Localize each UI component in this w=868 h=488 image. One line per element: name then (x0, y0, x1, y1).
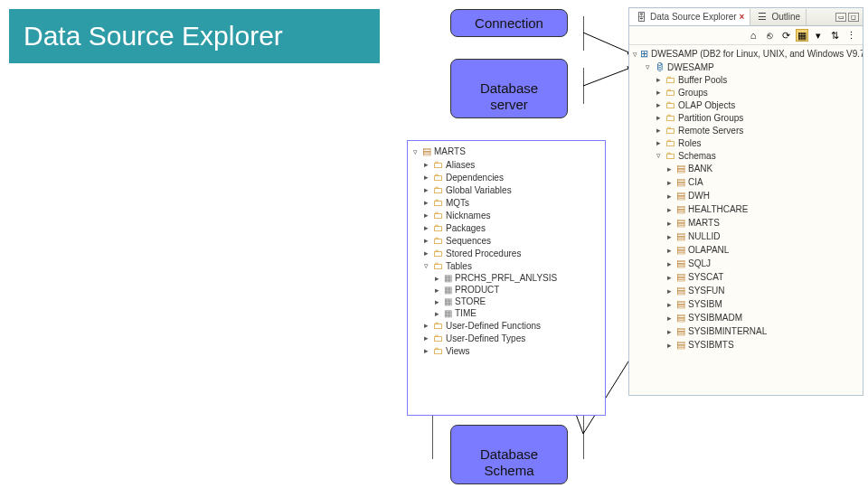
expand-icon[interactable]: ▸ (665, 232, 674, 241)
tree-folder-node[interactable]: ▸🗀Partition Groups (633, 111, 859, 124)
expand-icon[interactable]: ▸ (665, 219, 674, 228)
schema-child-folder[interactable]: ▸🗀Global Variables (411, 183, 601, 196)
expand-icon[interactable]: ▸ (422, 173, 430, 182)
schema-child-folder[interactable]: ▸🗀Dependencies (411, 171, 601, 183)
tree-schema-node[interactable]: ▸▤SYSFUN (633, 284, 859, 297)
expand-icon[interactable]: ▸ (422, 321, 430, 330)
tree-folder-node[interactable]: ▸🗀Buffer Pools (633, 73, 859, 86)
expand-icon[interactable]: ▸ (655, 100, 663, 109)
expand-icon[interactable]: ▸ (665, 327, 674, 336)
expand-icon[interactable]: ▿ (411, 147, 420, 156)
table-node[interactable]: ▸▦PRODUCT (411, 284, 601, 296)
explorer-tree[interactable]: ▿ ⊞ DWESAMP (DB2 for Linux, UNIX, and Wi… (629, 45, 863, 353)
expand-icon[interactable]: ▸ (422, 249, 430, 258)
tree-schema-node[interactable]: ▸▤SQLJ (633, 257, 859, 270)
tree-schema-node[interactable]: ▸▤SYSIBM (633, 297, 859, 311)
filter-icon[interactable]: ▦ (796, 29, 808, 42)
tree-folder-node[interactable]: ▸🗀Roles (633, 136, 859, 149)
tree-schema-node[interactable]: ▸▤NULLID (633, 230, 859, 243)
expand-icon[interactable]: ▸ (433, 309, 441, 318)
maximize-button[interactable]: ◻ (848, 13, 859, 22)
expand-icon[interactable]: ▸ (655, 126, 663, 135)
expand-icon[interactable]: ▸ (665, 300, 674, 309)
expand-icon[interactable]: ▸ (655, 75, 663, 84)
tree-connection-node[interactable]: ▿ ⊞ DWESAMP (DB2 for Linux, UNIX, and Wi… (633, 47, 859, 61)
expand-icon[interactable]: ▸ (665, 164, 674, 174)
expand-icon[interactable]: ▸ (655, 138, 663, 147)
tree-schema-node[interactable]: ▸▤OLAPANL (633, 243, 859, 257)
folder-icon: 🗀 (665, 99, 675, 110)
tab-outline[interactable]: ☰ Outline (750, 9, 807, 25)
expand-icon[interactable]: ▸ (422, 211, 430, 220)
expand-icon[interactable]: ▸ (655, 113, 663, 122)
tree-schema-node[interactable]: ▸▤DWH (633, 189, 859, 202)
folder-label: Groups (678, 88, 708, 98)
schema-child-folder[interactable]: ▸🗀Views (411, 344, 601, 357)
tree-schema-node[interactable]: ▸▤BANK (633, 162, 859, 175)
expand-icon[interactable]: ▸ (665, 259, 674, 268)
expand-icon[interactable]: ▸ (422, 185, 430, 194)
slide-title-text: Data Source Explorer (24, 21, 283, 52)
schema-root-node[interactable]: ▿ ▤ MARTS (411, 145, 601, 158)
expand-icon[interactable]: ▸ (422, 160, 430, 169)
tree-folder-node[interactable]: ▸🗀Groups (633, 86, 859, 99)
tab-data-source-explorer[interactable]: 🗄 Data Source Explorer × (629, 9, 750, 25)
refresh-icon[interactable]: ⟳ (779, 29, 792, 42)
schema-child-folder[interactable]: ▸🗀MQTs (411, 196, 601, 209)
tree-schema-node[interactable]: ▸▤SYSCAT (633, 270, 859, 284)
table-node[interactable]: ▸▦TIME (411, 307, 601, 319)
minimize-button[interactable]: ▭ (835, 13, 846, 22)
collapse-icon[interactable]: ▾ (812, 29, 825, 42)
schema-child-folder[interactable]: ▸🗀Packages (411, 221, 601, 234)
expand-icon[interactable]: ▸ (433, 274, 441, 283)
tables-folder[interactable]: ▿ 🗀 Tables (411, 259, 601, 272)
expand-icon[interactable]: ▸ (422, 333, 430, 343)
schema-child-folder[interactable]: ▸🗀Sequences (411, 234, 601, 247)
expand-icon[interactable]: ▸ (665, 178, 674, 187)
schema-icon: ▤ (676, 312, 685, 324)
schema-label: NULLID (688, 231, 721, 241)
expand-icon[interactable]: ▸ (665, 314, 674, 323)
expand-icon[interactable]: ▸ (665, 246, 674, 255)
connect-icon[interactable]: ⎋ (763, 29, 776, 42)
expand-icon[interactable]: ▸ (665, 286, 674, 296)
tree-schema-node[interactable]: ▸▤SYSIBMTS (633, 338, 859, 352)
schema-child-folder[interactable]: ▸🗀User-Defined Types (411, 332, 601, 344)
schema-child-folder[interactable]: ▸🗀Stored Procedures (411, 247, 601, 259)
home-icon[interactable]: ⌂ (747, 29, 760, 42)
expand-icon[interactable]: ▸ (655, 88, 663, 97)
expand-icon[interactable]: ▸ (665, 273, 674, 282)
expand-icon[interactable]: ▸ (422, 236, 430, 245)
expand-icon[interactable]: ▸ (665, 341, 674, 350)
tree-database-node[interactable]: ▿ 🛢 DWESAMP (633, 61, 859, 73)
menu-icon[interactable]: ⋮ (844, 29, 857, 42)
expand-icon[interactable]: ▿ (655, 151, 663, 160)
folder-icon: 🗀 (433, 222, 443, 233)
expand-icon[interactable]: ▸ (665, 192, 674, 201)
schema-child-folder[interactable]: ▸🗀Nicknames (411, 209, 601, 221)
tree-schema-node[interactable]: ▸▤SYSIBMADM (633, 311, 859, 324)
expand-icon[interactable]: ▿ (644, 62, 652, 71)
tree-folder-node[interactable]: ▸🗀Remote Servers (633, 124, 859, 136)
sync-icon[interactable]: ⇅ (828, 29, 841, 42)
tree-folder-node[interactable]: ▸🗀OLAP Objects (633, 99, 859, 111)
expand-icon[interactable]: ▿ (633, 50, 637, 59)
database-label: DWESAMP (667, 62, 714, 72)
tree-schema-node[interactable]: ▸▤MARTS (633, 216, 859, 230)
expand-icon[interactable]: ▸ (433, 286, 441, 295)
tree-schema-node[interactable]: ▸▤SYSIBMINTERNAL (633, 324, 859, 338)
expand-icon[interactable]: ▸ (422, 198, 430, 207)
table-node[interactable]: ▸▦STORE (411, 296, 601, 307)
tree-schema-node[interactable]: ▸▤HEALTHCARE (633, 202, 859, 216)
tree-schema-node[interactable]: ▸▤CIA (633, 175, 859, 189)
tree-schemas-folder[interactable]: ▿ 🗀 Schemas (633, 149, 859, 162)
schema-child-folder[interactable]: ▸🗀Aliases (411, 158, 601, 171)
close-icon[interactable]: × (740, 12, 745, 22)
expand-icon[interactable]: ▸ (422, 346, 430, 355)
schema-child-folder[interactable]: ▸🗀User-Defined Functions (411, 319, 601, 332)
expand-icon[interactable]: ▸ (433, 297, 441, 306)
expand-icon[interactable]: ▸ (422, 223, 430, 232)
expand-icon[interactable]: ▿ (422, 261, 430, 270)
expand-icon[interactable]: ▸ (665, 205, 674, 214)
table-node[interactable]: ▸▦PRCHS_PRFL_ANLYSIS (411, 272, 601, 284)
